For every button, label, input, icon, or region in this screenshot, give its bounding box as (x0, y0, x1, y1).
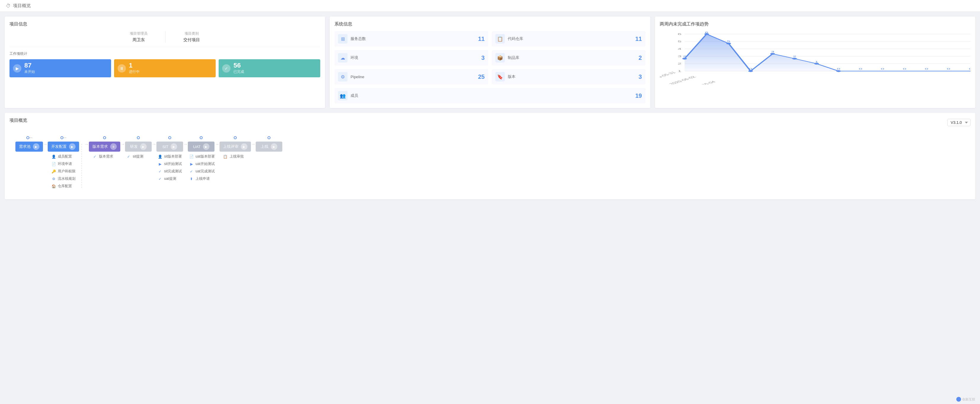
page-title: 项目概览 (13, 3, 31, 9)
svg-text:0: 0 (837, 68, 840, 70)
arrow-6: → (215, 136, 220, 159)
stage-dot-7 (234, 136, 237, 139)
version-label: 版本 (508, 74, 636, 80)
stat-label-completed: 已完成 (234, 69, 244, 74)
pipeline-wrapper: 需求池 ▶ → 开发配置 ▶ (10, 133, 970, 195)
rd-tasks: ✓ sit提测 (125, 154, 152, 159)
stage-dot-1 (26, 136, 29, 139)
dev-config-play-btn[interactable]: ▶ (69, 143, 76, 150)
svg-text:0: 0 (881, 68, 884, 70)
svg-point-13 (682, 58, 687, 59)
stage-sit: SIT ▶ 👤 sit版本部署 ▶ sit开始测试 ✓ (156, 136, 183, 181)
pipeline-num: 25 (478, 73, 485, 80)
task-uat-finish-test-label: uat完成测试 (196, 169, 215, 174)
play-icon: ▶ (13, 64, 21, 73)
sit-tasks: 👤 sit版本部署 ▶ sit开始测试 ✓ sit完成测试 ✓ (156, 154, 183, 181)
stage-box-version-req[interactable]: 版本需求 ⏸ (89, 142, 120, 152)
stat-info-not-started: 87 未开始 (24, 62, 35, 74)
project-info-title: 项目信息 (10, 21, 320, 27)
artifact-label: 制品库 (508, 55, 636, 60)
arrow-3: → (120, 136, 125, 159)
overview-title: 项目概览 (10, 118, 27, 123)
stage-box-req-pool[interactable]: 需求池 ▶ (15, 142, 43, 152)
stage-label-review: 上线评审 (223, 144, 239, 149)
task-pipeline-plan-label: 流水线规划 (58, 176, 76, 181)
task-user-perm-label: 用户和权限 (58, 169, 76, 174)
review-play-btn[interactable]: ▶ (241, 143, 247, 150)
version-icon: 🔖 (495, 72, 505, 81)
task-sit-finish-test: ✓ sit完成测试 (158, 169, 183, 174)
stage-dot-4 (137, 136, 140, 139)
stage-label-online: 上线 (261, 144, 269, 149)
svg-text:6: 6 (678, 33, 681, 35)
svg-text:2: 2 (683, 55, 686, 58)
svg-text:1: 1 (678, 70, 681, 73)
svg-text:2: 2 (678, 62, 681, 65)
task-uat-start-test: ▶ uat开始测试 (189, 161, 215, 167)
task-pipeline-plan: ⚙ 流水线规划 (51, 176, 77, 181)
uat-finish-test-icon: ✓ (189, 169, 194, 174)
version-num: 3 (639, 73, 642, 80)
task-uat-deploy: 📄 uat版本部署 (189, 154, 215, 159)
uat-play-btn[interactable]: ▶ (203, 143, 210, 150)
svg-text:0: 0 (924, 68, 928, 70)
stat-num-completed: 56 (234, 62, 244, 69)
stage-box-sit[interactable]: SIT ▶ (156, 142, 183, 152)
services-num: 11 (478, 35, 485, 42)
task-user-perm: 🔑 用户和权限 (51, 169, 77, 174)
svg-point-15 (726, 43, 731, 45)
svg-text:2020-06-02: 2020-06-02 (668, 76, 697, 84)
svg-point-18 (792, 58, 797, 59)
stage-dot-3 (103, 136, 106, 139)
members-num: 19 (635, 92, 642, 99)
stage-box-dev-config[interactable]: 开发配置 ▶ (48, 142, 79, 152)
stage-box-review[interactable]: 上线评审 ▶ (220, 142, 251, 152)
dev-config-tasks: 👤 成员配置 📄 环境申请 🔑 用户和权限 ⚙ (50, 154, 77, 189)
stage-line-1a (29, 137, 32, 138)
svg-text:6: 6 (705, 31, 708, 34)
members-icon: 👥 (338, 91, 347, 100)
task-member-config-label: 成员配置 (58, 154, 72, 159)
env-apply-icon: 📄 (51, 162, 56, 167)
online-play-btn[interactable]: ▶ (271, 143, 277, 150)
top-row: 项目信息 项目管理员 周卫东 项目类别 交付项目 工作项统计 ▶ 87 (5, 17, 975, 108)
stage-version-req: 版本需求 ⏸ ✓ 版本需求 (89, 136, 120, 159)
stage-box-rd[interactable]: 研发 ▶ (125, 142, 152, 152)
stage-box-online[interactable]: 上线 ▶ (256, 142, 282, 152)
svg-point-16 (748, 70, 753, 72)
sit-play-btn[interactable]: ▶ (171, 143, 177, 150)
version-select[interactable]: V3.1.0 (947, 119, 970, 126)
sit-start-test-icon: ▶ (158, 162, 162, 167)
env-icon: ☁ (338, 53, 347, 62)
req-pool-play-btn[interactable]: ▶ (33, 143, 40, 150)
stage-dot-8 (267, 136, 270, 139)
system-info-title: 系统信息 (334, 21, 645, 27)
pipeline-label: Pipeline (350, 75, 475, 79)
sysinfo-version: 🔖 版本 3 (492, 69, 646, 84)
version-req-pause-btn[interactable]: ⏸ (110, 143, 117, 150)
stat-info-in-progress: 1 进行中 (129, 62, 140, 74)
rd-play-btn[interactable]: ▶ (140, 143, 146, 150)
work-stats-title: 工作项统计 (10, 51, 320, 56)
stage-box-uat[interactable]: UAT ▶ (188, 142, 215, 152)
task-version-req: ✓ 版本需求 (92, 154, 118, 159)
stat-box-not-started: ▶ 87 未开始 (10, 59, 111, 77)
svg-text:5: 5 (727, 40, 730, 43)
svg-text:1: 1 (815, 60, 818, 63)
stage-requirements-pool: 需求池 ▶ (15, 136, 43, 152)
sit-submit-icon: ✓ (126, 154, 131, 159)
stage-dot-5 (168, 136, 171, 139)
svg-point-20 (836, 70, 841, 72)
stage-rd: 研发 ▶ ✓ sit提测 (125, 136, 152, 159)
svg-text:0: 0 (859, 68, 862, 70)
stage-dot-2 (60, 136, 64, 139)
work-stats-row: ▶ 87 未开始 ⏸ 1 进行中 ✓ 56 (10, 59, 320, 77)
arrow-1: → (43, 136, 48, 159)
stat-num-in-progress: 1 (129, 62, 140, 69)
main-content: 项目信息 项目管理员 周卫东 项目类别 交付项目 工作项统计 ▶ 87 (0, 12, 980, 204)
stat-info-completed: 56 已完成 (234, 62, 244, 74)
stat-num-not-started: 87 (24, 62, 35, 69)
stage-label-rd: 研发 (130, 144, 138, 149)
svg-text:2020-05-31: 2020-05-31 (660, 71, 677, 81)
artifact-num: 2 (639, 54, 642, 61)
